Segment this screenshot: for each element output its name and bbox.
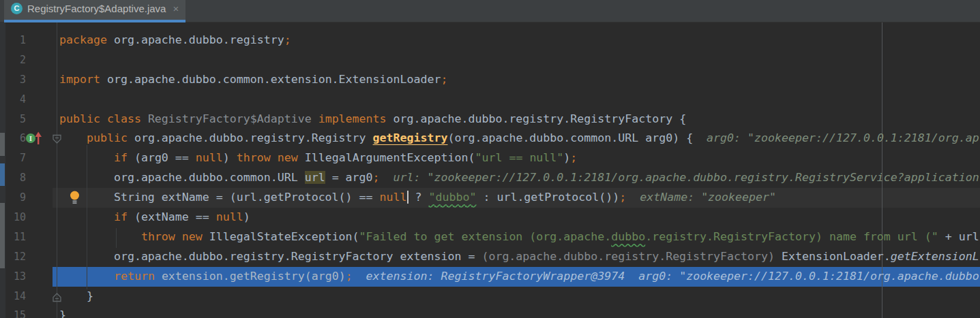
code-text[interactable]: import org.apache.dubbo.common.extension… (59, 70, 447, 90)
code-token: if (114, 210, 128, 223)
code-text[interactable]: if (extName == null) (59, 208, 250, 227)
code-token: if (114, 151, 128, 164)
code-token: ? (409, 191, 429, 204)
code-token: (org.apache.dubbo.registry.RegistryFacto… (481, 250, 775, 263)
code-token: org.apache.dubbo.registry.Registry (128, 131, 373, 144)
code-token: org.apache.dubbo.registry (107, 33, 284, 46)
code-token: return (114, 270, 155, 283)
code-token: ; (441, 73, 447, 86)
line-number: 5 (5, 110, 26, 129)
code-token: = arg0 (325, 171, 373, 184)
code-line[interactable]: 3import org.apache.dubbo.common.extensio… (0, 70, 980, 90)
code-text[interactable]: if (arg0 == null) throw new IllegalArgum… (59, 148, 577, 168)
code-text[interactable]: public class RegistryFactory$Adaptive im… (59, 110, 686, 129)
line-number: 4 (5, 90, 26, 110)
code-text[interactable]: String extName = (url.getProtocol() == n… (59, 188, 776, 208)
code-token: null (216, 210, 243, 223)
line-number: 12 (5, 247, 26, 267)
code-line[interactable]: 6I public org.apache.dubbo.registry.Regi… (0, 129, 980, 148)
code-line[interactable]: 15} (0, 306, 980, 318)
intention-bulb-icon[interactable] (69, 190, 80, 212)
tab-registryfactory-adaptive[interactable]: C RegistryFactory$Adaptive.java × (4, 0, 185, 22)
code-text[interactable]: public org.apache.dubbo.registry.Registr… (59, 129, 979, 148)
line-number: 2 (5, 50, 26, 70)
code-line[interactable]: 7 if (arg0 == null) throw new IllegalArg… (0, 148, 980, 168)
code-token: } (59, 308, 66, 318)
code-text[interactable]: package org.apache.dubbo.registry; (59, 31, 291, 50)
code-token: org.apache.dubbo.common.URL (59, 171, 305, 184)
implements-marker-icon[interactable]: I (25, 130, 42, 153)
line-number: 3 (5, 70, 26, 90)
code-text[interactable]: } (59, 287, 93, 306)
code-token: throw new (237, 151, 298, 164)
code-token: ; (346, 270, 353, 283)
code-text[interactable]: org.apache.dubbo.common.URL url = arg0; … (59, 168, 979, 188)
line-number: 8 (5, 168, 26, 188)
code-token: throw new (141, 230, 203, 243)
svg-text:I: I (29, 135, 32, 142)
line-number: 15 (5, 306, 26, 318)
fold-expand-icon[interactable] (51, 290, 63, 310)
gutter-border (57, 22, 57, 318)
code-line[interactable]: 13 return extension.getRegistry(arg0); e… (0, 267, 980, 287)
code-token: (arg0 == (128, 151, 196, 164)
code-token: package (59, 33, 107, 46)
line-number: 13 (5, 267, 26, 287)
line-number: 14 (5, 287, 26, 306)
code-token (59, 270, 114, 283)
code-token: implements (312, 112, 394, 125)
code-token: } (59, 289, 93, 302)
code-token: public (87, 131, 128, 144)
code-token: extension: RegistryFactoryWrapper@3974 a… (353, 270, 979, 283)
code-line[interactable]: 5public class RegistryFactory$Adaptive i… (0, 110, 980, 129)
code-line[interactable]: 10 if (extName == null) (0, 208, 980, 227)
code-line[interactable]: 9 String extName = (url.getProtocol() ==… (0, 188, 980, 208)
code-token: url: "zookeeper://127.0.0.1:2181/org.apa… (380, 171, 979, 184)
code-line[interactable]: 12 org.apache.dubbo.registry.RegistryFac… (0, 247, 980, 267)
code-text[interactable]: throw new IllegalStateException("Failed … (59, 227, 979, 247)
close-icon[interactable]: × (173, 3, 179, 14)
code-line[interactable]: 11 throw new IllegalStateException("Fail… (0, 227, 980, 247)
code-token: ) (223, 151, 237, 164)
code-token: "dubbo" (429, 191, 477, 204)
code-line[interactable]: 1package org.apache.dubbo.registry; (0, 31, 980, 50)
code-token: public class (59, 112, 148, 125)
code-token: arg0: "zookeeper://127.0.0.1:2181/org.ap (693, 131, 979, 144)
code-line[interactable]: 8 org.apache.dubbo.common.URL url = arg0… (0, 168, 980, 188)
code-token: IllegalArgumentException( (298, 151, 475, 164)
code-token: + url (938, 230, 979, 243)
code-token: (extName == (128, 210, 216, 223)
code-text[interactable]: org.apache.dubbo.registry.RegistryFactor… (59, 247, 979, 267)
line-number: 11 (5, 227, 26, 247)
line-number: 6 (5, 129, 26, 148)
code-line[interactable]: 14 } (0, 287, 980, 306)
code-token: org.apache.dubbo.registry.RegistryFactor… (59, 250, 481, 263)
code-token: ; (284, 33, 291, 46)
code-token: ) (563, 151, 570, 164)
code-editor[interactable]: 1package org.apache.dubbo.registry;23imp… (0, 22, 980, 318)
code-token: .registry.RegistryFactory) name from url… (645, 230, 938, 243)
code-token: String extName = (url.getProtocol() == (59, 191, 380, 204)
code-token: ; (619, 191, 626, 204)
code-token: getExtensionL (891, 250, 979, 263)
code-token: (org.apache.dubbo.common.URL arg0) { (447, 131, 693, 144)
code-token: getRegistry (373, 131, 448, 144)
code-token: "Failed to get extension (org.apache. (359, 230, 612, 243)
code-token (59, 151, 114, 164)
editor-content[interactable]: 1package org.apache.dubbo.registry;23imp… (0, 22, 980, 318)
code-text[interactable]: return extension.getRegistry(arg0); exte… (59, 267, 979, 287)
line-number: 9 (5, 188, 26, 208)
line-number: 1 (5, 31, 26, 50)
code-token: extension.getRegistry(arg0) (155, 270, 346, 283)
code-line[interactable]: 4 (0, 90, 980, 110)
code-token: ; (373, 171, 380, 184)
code-token: ) (243, 210, 250, 223)
code-line[interactable]: 2 (0, 50, 980, 70)
code-token: RegistryFactory$Adaptive (148, 112, 312, 125)
code-token (59, 210, 114, 223)
editor-tab-bar: C RegistryFactory$Adaptive.java × (0, 0, 980, 22)
code-token: null (196, 151, 223, 164)
code-token: url (305, 171, 325, 184)
code-token: : url.getProtocol()) (476, 191, 619, 204)
fold-collapse-icon[interactable] (51, 132, 63, 152)
